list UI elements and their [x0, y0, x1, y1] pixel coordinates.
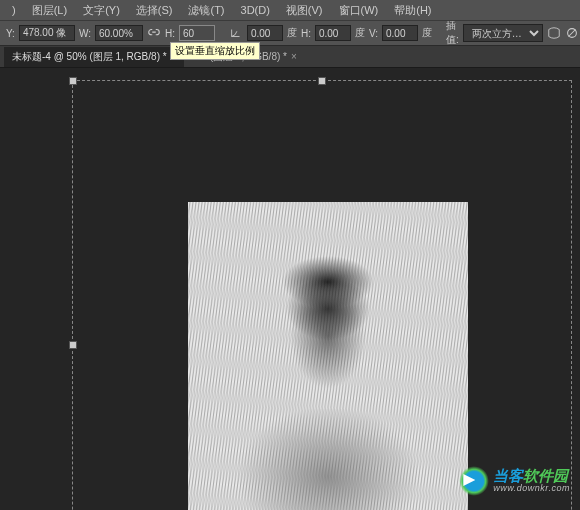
y-label: Y: — [6, 28, 15, 39]
options-bar: Y: W: H: 度 H: 度 V: 度 插值: 两次立方… — [0, 20, 580, 46]
menu-item-window[interactable]: 窗口(W) — [331, 3, 387, 18]
v-label: V: — [369, 28, 378, 39]
image-content — [188, 202, 468, 510]
y-input[interactable] — [19, 25, 75, 41]
skew-h-input[interactable] — [315, 25, 351, 41]
angle-label: 度 — [287, 26, 297, 40]
document-canvas[interactable] — [188, 202, 468, 510]
w-input[interactable] — [95, 25, 143, 41]
link-icon[interactable] — [147, 26, 161, 40]
menu-item-filter[interactable]: 滤镜(T) — [180, 3, 232, 18]
menu-item-type[interactable]: 文字(Y) — [75, 3, 128, 18]
menu-item-edge[interactable]: ) — [4, 4, 24, 16]
h2-label: H: — [301, 28, 311, 39]
tooltip: 设置垂直缩放比例 — [170, 42, 260, 60]
menu-bar: ) 图层(L) 文字(Y) 选择(S) 滤镜(T) 3D(D) 视图(V) 窗口… — [0, 0, 580, 20]
w-label: W: — [79, 28, 91, 39]
rotate-input[interactable] — [247, 25, 283, 41]
angle-icon — [229, 26, 243, 40]
transform-handle[interactable] — [69, 77, 77, 85]
h-input[interactable] — [179, 25, 215, 41]
watermark-url: www.downkr.com — [493, 484, 570, 494]
watermark-text: 当客软件园 www.downkr.com — [493, 468, 570, 494]
h-label: H: — [165, 28, 175, 39]
menu-item-3d[interactable]: 3D(D) — [233, 4, 278, 16]
menu-item-select[interactable]: 选择(S) — [128, 3, 181, 18]
document-tabs: 未标题-4 @ 50% (图层 1, RGB/8) * × 7% (图层 2, … — [0, 46, 580, 68]
canvas-area[interactable]: 当客软件园 www.downkr.com — [0, 68, 580, 510]
close-icon[interactable]: × — [291, 51, 297, 62]
menu-item-view[interactable]: 视图(V) — [278, 3, 331, 18]
angle3-label: 度 — [422, 26, 432, 40]
skew-v-input[interactable] — [382, 25, 418, 41]
halftone-lines — [188, 202, 468, 510]
interp-label: 插值: — [446, 19, 459, 47]
transform-handle[interactable] — [69, 341, 77, 349]
warp-icon[interactable] — [547, 26, 561, 40]
tab-label: 未标题-4 @ 50% (图层 1, RGB/8) * — [12, 50, 167, 64]
svg-line-1 — [568, 30, 575, 37]
interp-select[interactable]: 两次立方… — [463, 24, 543, 42]
menu-item-help[interactable]: 帮助(H) — [386, 3, 439, 18]
menu-item-layer[interactable]: 图层(L) — [24, 3, 75, 18]
cancel-icon[interactable] — [565, 26, 579, 40]
watermark-brand: 当客软件园 — [493, 468, 570, 485]
watermark-logo-icon — [459, 466, 489, 496]
angle2-label: 度 — [355, 26, 365, 40]
transform-handle[interactable] — [318, 77, 326, 85]
watermark: 当客软件园 www.downkr.com — [459, 466, 570, 496]
tab-document-1[interactable]: 未标题-4 @ 50% (图层 1, RGB/8) * × — [4, 47, 184, 67]
